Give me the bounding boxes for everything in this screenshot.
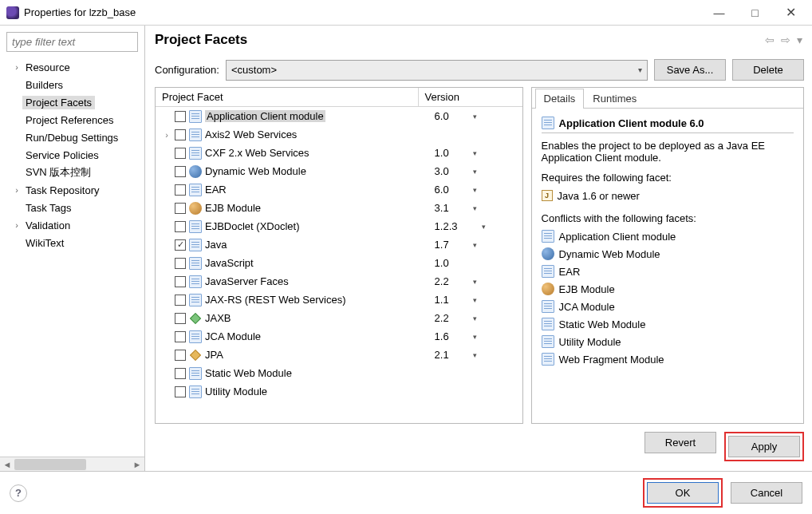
cancel-button[interactable]: Cancel (731, 482, 802, 504)
table-row[interactable]: Static Web Module (156, 364, 522, 382)
checkbox[interactable] (175, 350, 186, 361)
checkbox[interactable] (175, 166, 186, 177)
table-row[interactable]: ✓Java1.7▾ (156, 235, 522, 254)
back-icon[interactable]: ⇦ (763, 34, 776, 46)
facet-list[interactable]: Application Client module6.0▾›Axis2 Web … (156, 107, 522, 423)
nav-item[interactable]: SVN 版本控制 (3, 164, 144, 181)
chevron-down-icon[interactable]: ▾ (473, 314, 477, 322)
chevron-down-icon[interactable]: ▾ (473, 351, 477, 359)
forward-icon[interactable]: ⇨ (779, 34, 792, 46)
table-row[interactable]: Utility Module (156, 382, 522, 401)
delete-button[interactable]: Delete (732, 59, 804, 81)
table-row[interactable]: JavaServer Faces2.2▾ (156, 272, 522, 291)
chevron-down-icon[interactable]: ▾ (473, 186, 477, 194)
dropdown-icon[interactable]: ▾ (795, 34, 804, 46)
list-item: Dynamic Web Module (542, 245, 794, 263)
maximize-button[interactable]: □ (737, 2, 773, 24)
scroll-track[interactable] (14, 458, 130, 471)
tab-details[interactable]: Details (535, 89, 585, 109)
table-row[interactable]: Dynamic Web Module3.0▾ (156, 162, 522, 180)
table-row[interactable]: JavaScript1.0 (156, 254, 522, 272)
column-version[interactable]: Version (419, 88, 522, 106)
help-button[interactable]: ? (10, 484, 27, 502)
configuration-combo[interactable]: <custom> ▾ (226, 60, 648, 81)
table-row[interactable]: JAXB2.2▾ (156, 309, 522, 327)
checkbox[interactable] (175, 386, 186, 397)
facet-name: EAR (205, 184, 227, 196)
nav-item[interactable]: WikiText (3, 234, 144, 251)
nav-item[interactable]: Run/Debug Settings (3, 128, 144, 146)
title-bar: Properties for lzzb_base — □ ✕ (0, 0, 812, 26)
checkbox[interactable] (175, 368, 186, 379)
doc-icon (542, 318, 554, 330)
checkbox[interactable] (175, 184, 186, 196)
nav-item[interactable]: ›Resource (3, 58, 144, 76)
table-row[interactable]: ›Axis2 Web Services (156, 125, 522, 144)
table-row[interactable]: CXF 2.x Web Services1.0▾ (156, 144, 522, 162)
nav-item-label: Run/Debug Settings (22, 131, 121, 144)
chevron-down-icon[interactable]: ▾ (473, 149, 477, 157)
checkbox[interactable] (175, 221, 186, 232)
doc-icon (189, 257, 202, 270)
checkbox[interactable] (175, 295, 186, 306)
table-row[interactable]: Application Client module6.0▾ (156, 107, 522, 125)
doc-icon (542, 117, 554, 129)
minimize-button[interactable]: — (701, 2, 737, 24)
table-row[interactable]: JPA2.1▾ (156, 346, 522, 364)
column-facet[interactable]: Project Facet (156, 88, 419, 106)
facet-version: 6.0 (435, 110, 449, 122)
facet-version: 3.0 (435, 165, 449, 177)
table-row[interactable]: EJB Module3.1▾ (156, 199, 522, 217)
nav-item[interactable]: Builders (3, 76, 144, 93)
table-row[interactable]: JCA Module1.6▾ (156, 327, 522, 346)
checkbox[interactable] (175, 331, 186, 342)
checkbox[interactable] (175, 203, 186, 214)
nav-tree[interactable]: ›ResourceBuildersProject FacetsProject R… (0, 58, 144, 457)
chevron-down-icon[interactable]: ▾ (482, 223, 486, 231)
list-item: Utility Module (542, 333, 794, 350)
table-row[interactable]: JAX-RS (REST Web Services)1.1▾ (156, 291, 522, 309)
filter-input[interactable] (6, 32, 138, 52)
nav-item[interactable]: Task Tags (3, 199, 144, 216)
facet-name: JAX-RS (REST Web Services) (205, 294, 346, 306)
chevron-down-icon[interactable]: ▾ (473, 241, 477, 249)
chevron-down-icon[interactable]: ▾ (473, 278, 477, 286)
nav-item[interactable]: Project Facets (3, 93, 144, 111)
chevron-down-icon[interactable]: ▾ (473, 296, 477, 304)
nav-item[interactable]: ›Task Repository (3, 181, 144, 199)
nav-item[interactable]: ›Validation (3, 216, 144, 234)
tab-runtimes[interactable]: Runtimes (584, 89, 645, 109)
revert-button[interactable]: Revert (644, 432, 716, 453)
checkbox[interactable] (175, 148, 186, 159)
apply-button[interactable]: Apply (728, 436, 800, 457)
ok-button[interactable]: OK (647, 482, 719, 504)
scroll-right-icon[interactable]: ► (130, 460, 144, 469)
conflicts-item-label: Utility Module (559, 336, 621, 348)
list-item: Application Client module (542, 227, 794, 245)
checkbox[interactable] (175, 276, 186, 287)
checkbox[interactable]: ✓ (175, 239, 186, 251)
facet-name: Utility Module (205, 386, 267, 397)
checkbox[interactable] (175, 129, 186, 140)
scroll-thumb[interactable] (14, 459, 86, 470)
scroll-left-icon[interactable]: ◄ (0, 460, 14, 469)
chevron-down-icon[interactable]: ▾ (473, 113, 477, 121)
save-as-button[interactable]: Save As... (654, 59, 726, 81)
nav-item[interactable]: Service Policies (3, 146, 144, 164)
checkbox[interactable] (175, 313, 186, 324)
nav-item-label: Project References (22, 113, 117, 127)
doc-icon (189, 220, 202, 233)
nav-item[interactable]: Project References (3, 111, 144, 128)
checkbox[interactable] (175, 111, 186, 122)
close-button[interactable]: ✕ (773, 2, 809, 24)
list-item: JJava 1.6 or newer (542, 187, 794, 204)
checkbox[interactable] (175, 258, 186, 269)
table-row[interactable]: EAR6.0▾ (156, 180, 522, 199)
table-row[interactable]: EJBDoclet (XDoclet)1.2.3▾ (156, 217, 522, 235)
facet-version: 1.1 (435, 294, 449, 306)
globe-icon (542, 247, 554, 260)
chevron-down-icon[interactable]: ▾ (473, 333, 477, 341)
chevron-down-icon[interactable]: ▾ (473, 168, 477, 176)
chevron-down-icon[interactable]: ▾ (473, 204, 477, 212)
sidebar-scrollbar[interactable]: ◄ ► (0, 457, 144, 471)
